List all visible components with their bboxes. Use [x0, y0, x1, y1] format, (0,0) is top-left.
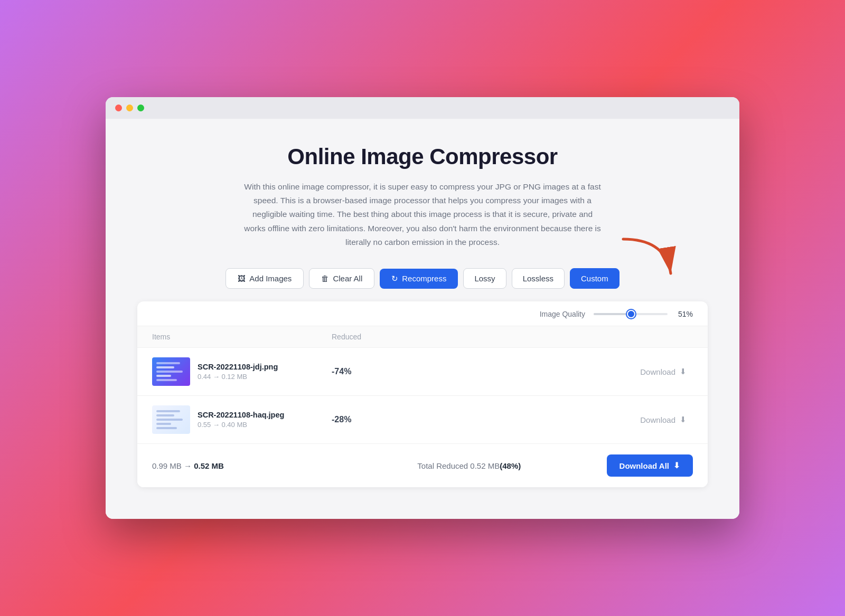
quality-label: Image Quality	[540, 310, 585, 318]
download-icon-1: ⬇	[680, 367, 687, 376]
file-name-1: SCR-20221108-jdj.png	[198, 363, 278, 371]
image-icon: 🖼	[238, 274, 246, 283]
download-icon-2: ⬇	[680, 415, 687, 424]
hero-section: Online Image Compressor With this online…	[137, 144, 708, 250]
refresh-icon: ↻	[391, 274, 398, 283]
slider-thumb[interactable]	[627, 310, 635, 318]
toolbar: 🖼 Add Images 🗑 Clear All ↻ Recompress Lo…	[137, 268, 708, 289]
slider-track[interactable]	[594, 313, 668, 315]
lossless-button[interactable]: Lossless	[512, 268, 565, 289]
trash-icon: 🗑	[321, 274, 329, 283]
quality-slider-wrap	[594, 313, 668, 315]
custom-button[interactable]: Custom	[570, 268, 619, 289]
file-name-2: SCR-20221108-haq.jpeg	[198, 411, 284, 419]
footer-sizes: 0.99 MB → 0.52 MB	[152, 461, 332, 470]
quality-bar: Image Quality 51%	[137, 301, 708, 326]
file-meta-1: SCR-20221108-jdj.png 0.44 → 0.12 MB	[198, 363, 278, 381]
quality-percent: 51%	[676, 310, 693, 318]
clear-all-button[interactable]: 🗑 Clear All	[309, 268, 374, 289]
main-content: Online Image Compressor With this online…	[106, 119, 739, 519]
download-all-icon: ⬇	[673, 461, 680, 470]
close-button[interactable]	[115, 105, 122, 111]
file-meta-2: SCR-20221108-haq.jpeg 0.55 → 0.40 MB	[198, 411, 284, 429]
main-card: Image Quality 51% Items Reduced	[137, 301, 708, 487]
table-row: SCR-20221108-jdj.png 0.44 → 0.12 MB -74%…	[137, 348, 708, 396]
table-row: SCR-20221108-haq.jpeg 0.55 → 0.40 MB -28…	[137, 396, 708, 444]
file-size-1: 0.44 → 0.12 MB	[198, 373, 278, 381]
footer-total: Total Reduced 0.52 MB(48%)	[332, 461, 607, 470]
file-info-1: SCR-20221108-jdj.png 0.44 → 0.12 MB	[152, 357, 332, 386]
file-size-2: 0.55 → 0.40 MB	[198, 421, 284, 429]
col-action	[427, 333, 693, 341]
add-images-button[interactable]: 🖼 Add Images	[226, 268, 304, 289]
table-header: Items Reduced	[137, 326, 708, 348]
page-title: Online Image Compressor	[137, 144, 708, 169]
file-thumbnail-2	[152, 405, 190, 434]
app-window: Online Image Compressor With this online…	[106, 97, 739, 519]
hero-description: With this online image compressor, it is…	[243, 180, 602, 250]
slider-fill	[594, 313, 631, 315]
download-button-2[interactable]: Download ⬇	[634, 412, 693, 428]
col-reduced: Reduced	[332, 333, 427, 341]
footer-row: 0.99 MB → 0.52 MB Total Reduced 0.52 MB(…	[137, 444, 708, 487]
reduced-badge-1: -74%	[332, 367, 427, 376]
titlebar	[106, 97, 739, 119]
reduced-badge-2: -28%	[332, 415, 427, 424]
file-info-2: SCR-20221108-haq.jpeg 0.55 → 0.40 MB	[152, 405, 332, 434]
lossy-button[interactable]: Lossy	[463, 268, 506, 289]
download-button-1[interactable]: Download ⬇	[634, 364, 693, 380]
file-thumbnail-1	[152, 357, 190, 386]
col-items: Items	[152, 333, 332, 341]
recompress-button[interactable]: ↻ Recompress	[380, 269, 458, 289]
minimize-button[interactable]	[126, 105, 133, 111]
maximize-button[interactable]	[137, 105, 144, 111]
download-all-button[interactable]: Download All ⬇	[607, 454, 693, 477]
